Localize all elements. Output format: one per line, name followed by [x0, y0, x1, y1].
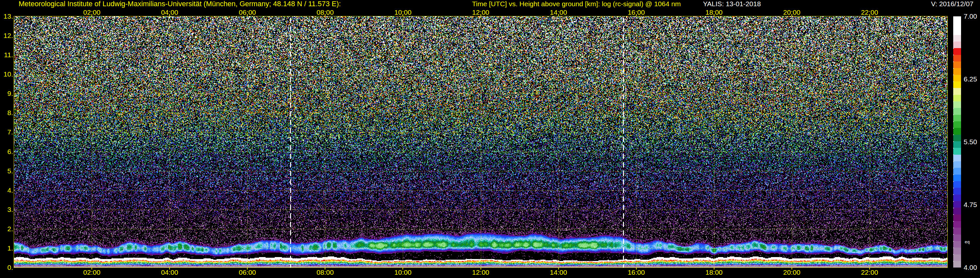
top-axis-tick	[792, 14, 792, 16]
plot-title: Time [UTC] vs. Height above ground [km]:…	[472, 1, 681, 7]
station-date-label: YALIS: 13-01-2018	[703, 1, 761, 7]
top-axis-tick	[714, 14, 714, 16]
bottom-axis-tick	[869, 268, 870, 270]
bottom-axis-tick	[792, 268, 792, 270]
bottom-time-label: 22:00	[855, 269, 884, 276]
institute-title: Meteorological Institute of Ludwig-Maxim…	[19, 1, 341, 7]
bottom-axis-tick	[636, 268, 637, 270]
top-axis-tick	[325, 14, 325, 16]
colorbar	[953, 16, 961, 268]
bottom-axis-tick	[91, 268, 92, 270]
plot-area	[14, 16, 948, 268]
bottom-axis-tick	[247, 268, 248, 270]
colorbar-tick-label: 4.75	[964, 201, 980, 208]
colorbar-tick-label: 6.25	[964, 75, 980, 83]
bottom-time-label: 02:00	[77, 269, 107, 276]
colorbar-tick-label: 4.00	[964, 264, 980, 271]
bottom-time-label: 18:00	[699, 269, 729, 276]
version-label: V: 2016/12/07	[931, 1, 974, 7]
lidar-quicklook-screen: Meteorological Institute of Ludwig-Maxim…	[0, 0, 980, 278]
height-tick-label: 2.	[0, 225, 13, 233]
top-axis-tick	[247, 14, 248, 16]
height-tick-label: 13.	[0, 13, 13, 20]
height-tick-label: 6.	[0, 148, 13, 155]
top-axis-tick	[91, 14, 92, 16]
top-axis-tick	[480, 14, 481, 16]
bottom-axis-tick	[169, 268, 170, 270]
height-tick-label: 4.	[0, 187, 13, 194]
bottom-time-label: 06:00	[232, 269, 262, 276]
height-tick-label: 7.	[0, 129, 13, 136]
bottom-axis-tick	[325, 268, 325, 270]
height-tick-label: 12.	[0, 32, 13, 39]
bottom-time-label: 12:00	[466, 269, 496, 276]
top-axis-tick	[636, 14, 637, 16]
colorbar-tick-label: 5.50	[964, 138, 980, 145]
bottom-time-label: 20:00	[777, 269, 807, 276]
eq-label: eq	[965, 240, 970, 244]
bottom-time-label: 04:00	[155, 269, 184, 276]
bottom-time-label: 08:00	[310, 269, 340, 276]
top-axis-tick	[402, 14, 403, 16]
height-tick-label: 9.	[0, 90, 13, 97]
height-tick-label: 5.	[0, 168, 13, 175]
top-axis-tick	[869, 14, 870, 16]
height-tick-label: 10.	[0, 71, 13, 78]
height-tick-label: 11.	[0, 51, 13, 59]
height-tick-label: 1.	[0, 244, 13, 252]
bottom-time-label: 10:00	[388, 269, 417, 276]
bottom-time-label: 16:00	[622, 269, 651, 276]
bottom-time-label: 14:00	[544, 269, 573, 276]
height-tick-label: 8.	[0, 109, 13, 117]
top-axis-tick	[169, 14, 170, 16]
bottom-axis-tick	[714, 268, 714, 270]
grid-overlay-canvas	[14, 16, 947, 268]
height-tick-label: 0.	[0, 264, 13, 271]
bottom-axis-tick	[480, 268, 481, 270]
colorbar-tick-label: 7.00	[964, 13, 980, 20]
bottom-axis-tick	[558, 268, 559, 270]
bottom-axis-tick	[402, 268, 403, 270]
height-tick-label: 3.	[0, 206, 13, 213]
top-axis-tick	[558, 14, 559, 16]
